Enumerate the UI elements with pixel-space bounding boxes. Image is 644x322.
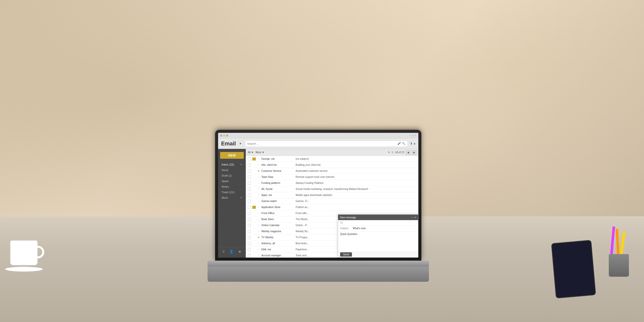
table-row[interactable]: ☆ Team Raw Remote support tools over int…	[246, 174, 418, 180]
email-checkbox[interactable]	[248, 164, 251, 167]
sidebar-spam-label: Spam	[222, 180, 242, 183]
next-page-button[interactable]: ▶	[412, 150, 416, 155]
table-row[interactable]: ★ Customer Service Automated customer se…	[246, 168, 418, 174]
table-row[interactable]: ☆ Funding platform Startup Funding Platf…	[246, 180, 418, 186]
email-checkbox[interactable]	[248, 212, 251, 215]
folder-icon-empty	[252, 230, 256, 233]
folder-icon-empty	[252, 212, 256, 215]
email-checkbox[interactable]	[248, 176, 251, 179]
email-subject: Remote support tools over internet	[296, 176, 416, 178]
sidebar-contacts-icon[interactable]: 👤	[229, 250, 233, 254]
email-checkbox[interactable]	[248, 236, 251, 239]
popup-body[interactable]: Quick Question	[338, 231, 418, 251]
email-checkbox[interactable]	[248, 194, 251, 197]
laptop-keyboard	[208, 267, 429, 282]
star-icon[interactable]: ☆	[257, 230, 260, 233]
star-icon[interactable]: ☆	[257, 181, 260, 185]
window-min-dot	[223, 135, 225, 137]
mic-icon[interactable]: 🎤	[397, 142, 401, 145]
star-icon[interactable]: ☆	[257, 224, 260, 227]
header-icons: ℹ ≡	[411, 142, 415, 145]
email-checkbox[interactable]	[248, 188, 251, 191]
sidebar-item-send[interactable]: Send	[218, 167, 246, 173]
popup-to-field: To	[338, 220, 418, 226]
folder-icon-empty	[252, 170, 256, 173]
star-icon[interactable]: ☆	[257, 218, 260, 221]
email-sender: TV Weekly	[261, 236, 294, 239]
email-checkbox[interactable]	[248, 254, 251, 257]
more-toolbar-dropdown-icon: ▼	[262, 151, 264, 154]
refresh-icon[interactable]: ↻	[388, 151, 390, 154]
sidebar-item-spam[interactable]: Spam	[218, 178, 246, 184]
sidebar-notes-label: Notes	[222, 185, 242, 188]
sidebar-item-trash[interactable]: Trash (21)	[218, 189, 246, 195]
email-checkbox[interactable]	[248, 248, 251, 251]
email-checkbox[interactable]	[248, 206, 251, 209]
prev-page-button[interactable]: ◀	[406, 150, 410, 155]
new-message-popup: New message − × To Su	[338, 214, 418, 258]
star-icon[interactable]: ☆	[257, 193, 260, 197]
star-icon[interactable]: ☆	[257, 157, 260, 160]
star-icon[interactable]: ☆	[257, 187, 260, 191]
window-max-label[interactable]: □	[412, 134, 413, 137]
email-checkbox[interactable]	[248, 242, 251, 245]
email-checkbox[interactable]	[248, 170, 251, 173]
star-icon[interactable]: ☆	[257, 206, 260, 209]
table-row[interactable]: ☆ Apps, me Mobile apps downloads statist…	[246, 192, 418, 198]
star-icon[interactable]: ☆	[257, 242, 260, 245]
email-checkbox[interactable]	[248, 200, 251, 203]
email-subject: Startup Funding Platform	[296, 182, 416, 184]
coffee-mug	[10, 240, 38, 265]
star-icon[interactable]: ☆	[257, 212, 260, 215]
star-icon-active[interactable]: ★	[257, 236, 260, 239]
email-checkbox[interactable]	[248, 157, 251, 160]
star-icon[interactable]: ☆	[257, 163, 260, 167]
sidebar-inbox-expand: ▼	[240, 163, 242, 166]
popup-subject-label: Subject	[340, 227, 353, 230]
window-close-label[interactable]: ×	[415, 134, 416, 137]
window-min-label[interactable]: −	[409, 134, 411, 137]
table-row[interactable]: ☆ George, me (no subject)	[246, 156, 418, 162]
email-list-container: All ▼ More ▼ ↻ 1 - 18 of 22 ◀	[246, 149, 418, 258]
folder-icon-empty	[252, 188, 256, 191]
email-checkbox[interactable]	[248, 182, 251, 185]
table-row[interactable]: ☆ Info, client list Building your client…	[246, 162, 418, 168]
email-sender: Antivirus, all	[261, 242, 294, 245]
popup-min-button[interactable]: −	[412, 216, 413, 219]
more-toolbar-button[interactable]: More ▼	[256, 151, 264, 154]
popup-body-text: Quick Question	[340, 233, 357, 235]
sidebar-item-notes[interactable]: Notes	[218, 184, 246, 189]
star-icon-active[interactable]: ★	[257, 169, 260, 173]
popup-header: New message − ×	[338, 215, 418, 220]
email-checkbox[interactable]	[248, 230, 251, 233]
info-icon[interactable]: ℹ	[411, 142, 412, 145]
sidebar-item-more[interactable]: More ▼	[218, 195, 246, 200]
search-icon[interactable]: 🔍	[402, 142, 406, 145]
star-icon[interactable]: ☆	[257, 254, 260, 257]
new-button[interactable]: NEW	[220, 152, 244, 159]
title-dropdown-icon[interactable]: ▼	[239, 142, 242, 145]
mug-saucer	[5, 267, 43, 272]
table-row[interactable]: ☆ All, Social Social media marketing, re…	[246, 186, 418, 192]
search-input[interactable]	[247, 142, 396, 145]
email-checkbox[interactable]	[248, 224, 251, 227]
email-checkbox[interactable]	[248, 218, 251, 221]
popup-close-button[interactable]: ×	[415, 216, 416, 219]
all-button[interactable]: All ▼	[248, 151, 254, 154]
star-icon[interactable]: ☆	[257, 175, 260, 179]
star-icon[interactable]: ☆	[257, 248, 260, 251]
sidebar-starred-icon[interactable]: ★	[238, 250, 242, 254]
sidebar-filter-icon[interactable]: ≡	[222, 250, 224, 254]
popup-subject-value[interactable]: What's new	[353, 227, 416, 230]
star-icon[interactable]: ☆	[257, 199, 260, 203]
menu-icon[interactable]: ≡	[414, 142, 415, 145]
all-dropdown-icon: ▼	[251, 151, 254, 154]
sidebar-draft-label: Draft (1)	[222, 174, 242, 177]
email-sender: Book Store	[261, 218, 294, 221]
table-row[interactable]: ☆ Application Store Publish an...	[246, 204, 418, 210]
sidebar-item-inbox[interactable]: Inbox (22) ▼	[218, 162, 246, 167]
email-app: − □ × Email ▼ 🎤 🔍 ℹ ≡	[218, 133, 418, 258]
send-button[interactable]: Send	[340, 252, 352, 257]
table-row[interactable]: ☆ Games watch Games, Fr...	[246, 198, 418, 204]
sidebar-item-draft[interactable]: Draft (1)	[218, 173, 246, 178]
